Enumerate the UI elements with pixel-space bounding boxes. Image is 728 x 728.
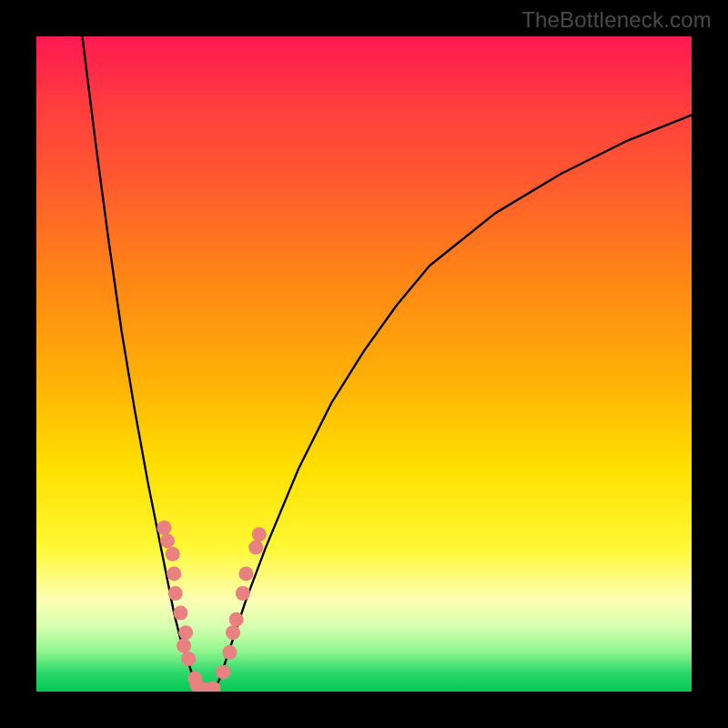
chart-svg xyxy=(36,36,692,692)
marker-dot xyxy=(178,625,193,640)
marker-dot xyxy=(168,586,183,601)
marker-dot xyxy=(248,541,263,555)
marker-dot xyxy=(173,606,187,621)
marker-dot xyxy=(216,664,230,679)
marker-dot xyxy=(167,566,181,581)
curve-right-branch xyxy=(213,115,692,692)
marker-dot xyxy=(226,625,240,640)
marker-dot xyxy=(238,566,253,581)
marker-dot xyxy=(157,521,171,535)
marker-dot xyxy=(222,645,237,660)
marker-dot xyxy=(252,527,267,541)
marker-dot xyxy=(160,533,175,548)
plot-area xyxy=(36,36,692,692)
chart-container: TheBottleneck.com xyxy=(0,0,728,728)
marker-dot xyxy=(177,639,191,653)
marker-dot xyxy=(229,612,244,627)
marker-dot xyxy=(181,652,196,666)
watermark: TheBottleneck.com xyxy=(521,7,712,33)
marker-dot xyxy=(236,586,250,601)
marker-dot xyxy=(166,547,180,561)
